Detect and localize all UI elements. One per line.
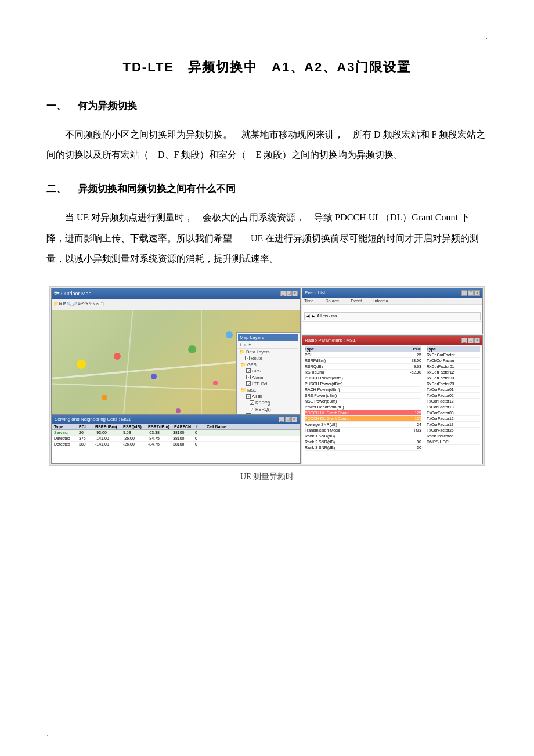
layer-alarm-check[interactable]: ✓	[246, 375, 251, 379]
radio-row-rank3: Rank 3 SNR(dB) 30	[305, 445, 421, 451]
right-panels: Event List _ □ × Time Source Event Infor…	[302, 288, 483, 464]
row1-rsrp: -93.00	[95, 431, 118, 435]
section-2-heading: 二、 异频切换和同频切换之间有什么不同	[46, 182, 488, 196]
label-nse: NSE Power(dBm)	[305, 399, 337, 403]
radio-row-tm: Transmission Mode TM3	[305, 428, 421, 433]
radio-row-rsrq: RSRQdB) 9.63	[305, 364, 421, 370]
radio-row-rank1: Rank 1 SNR(dB)	[305, 433, 421, 439]
layer-ltecell: ✓ LTE Cell	[238, 381, 298, 387]
radio-right-col: Type RxChCorFactor TxChCorFactor RxCorFa…	[424, 345, 482, 464]
top-divider	[46, 35, 488, 35]
right-row-2: TxChCorFactor	[427, 358, 480, 364]
label-ph: Power Headroom(dB)	[305, 405, 344, 409]
event-cols: Time Source Event Informa	[302, 298, 482, 305]
val-pdcch-ul: 125	[414, 411, 421, 415]
right-row-3: RxCorFactor01	[427, 364, 480, 370]
top-dot: .	[486, 32, 488, 41]
right-row-14: TxCorFactor25	[427, 428, 480, 433]
row3-cellname	[205, 442, 223, 446]
right-row-10: TxCorFactor13	[427, 404, 480, 410]
row1-rsrz: -63.38	[148, 431, 168, 435]
layer-gps-check[interactable]: ✓	[246, 368, 251, 373]
col-rsrq: RSRQdB)	[123, 425, 143, 429]
row2-type: Detected	[54, 436, 74, 440]
radio-max-btn[interactable]: □	[468, 338, 474, 343]
event-col-time: Time	[304, 298, 313, 303]
row2-f: 0	[195, 436, 201, 440]
row1-earfcn: 38100	[173, 431, 190, 435]
screenshot-caption: UE 测量异频时	[46, 472, 488, 482]
layer-rsrp-check[interactable]: ✓	[250, 400, 254, 405]
bottom-dot: .	[46, 729, 49, 739]
map-close-btn[interactable]: ×	[292, 291, 298, 296]
layer-allie-check[interactable]: ✓	[246, 394, 251, 399]
row2-cellname	[205, 436, 223, 440]
event-col-source: Source	[325, 298, 339, 303]
val-rank2: 30	[417, 440, 421, 444]
serving-max-btn[interactable]: □	[285, 417, 291, 422]
right-row-8: TxCorFactor02	[427, 393, 480, 399]
nav-next[interactable]: ▶	[312, 314, 315, 319]
section-1-num: 一、	[46, 99, 66, 113]
layer-rsrq-check[interactable]: ✓	[250, 407, 254, 411]
col-f: f	[196, 425, 202, 429]
label-pdcch-ul: PDCCH UL Grant Count	[305, 411, 349, 415]
layer-alarm: ✓ Alarm	[238, 374, 298, 381]
event-max-btn[interactable]: □	[468, 290, 474, 296]
col-type: Type	[54, 425, 74, 429]
serving-min-btn[interactable]: _	[279, 417, 284, 422]
radio-row-pucch: PUCCH Power(dBm)	[305, 375, 421, 381]
layer-gps: ✓ GPS	[238, 368, 298, 374]
layer-data-layers: 📁Data Layers	[238, 349, 298, 355]
label-pucch: PUCCH Power(dBm)	[305, 376, 343, 380]
row1-pci: 26	[79, 431, 91, 435]
radio-right-header: Type	[427, 346, 480, 352]
right-row-15: Rank Indicator	[427, 433, 480, 439]
event-close-btn[interactable]: ×	[474, 290, 480, 296]
serving-close-btn[interactable]: ×	[291, 417, 297, 422]
radio-min-btn[interactable]: _	[461, 338, 467, 343]
section-2-num: 二、	[46, 182, 66, 196]
map-max-btn[interactable]: □	[286, 291, 292, 296]
val-snr: 24	[417, 422, 421, 426]
radio-col-type: Type	[305, 347, 314, 351]
col-rsrp: RSRPdBm)	[95, 425, 118, 429]
section-1: 一、 何为异频切换 不同频段的小区之间切换即为异频切换。 就某地市移动现网来讲，…	[46, 99, 488, 165]
serving-title-text: Serving and Neighboring Cells : MS1	[55, 417, 131, 422]
radio-header: Type PCC	[305, 346, 421, 352]
layer-rsrq: ✓ RSRQ()	[238, 406, 298, 413]
row3-earfcn: 38100	[173, 442, 190, 446]
label-rsrp: RSRPdBm)	[305, 359, 326, 363]
serving-row-3: Detected 389 -141.00 -26.00 -84.75 38100…	[52, 442, 300, 447]
nav-prev[interactable]: ◀	[306, 314, 309, 319]
row3-pci: 389	[79, 442, 91, 446]
label-rank1: Rank 1 SNR(dB)	[305, 434, 335, 438]
event-titlebar: Event List _ □ ×	[302, 288, 482, 298]
layer-route-check[interactable]: ✓	[245, 356, 250, 360]
section-2-content: 当 UE 对异频频点进行测量时， 会极大的占用系统资源， 导致 PDCCH UL…	[46, 207, 488, 269]
row1-cellname	[205, 431, 223, 435]
screenshot: 🗺 Outdoor Map _ □ × 📁🖫🖹🔍🔎🖱↶↷🏳⤡✂📋	[49, 286, 485, 466]
radio-close-btn[interactable]: ×	[474, 338, 480, 343]
row1-rsrq: 9.63	[123, 431, 143, 435]
layer-allie: ✓ All IE	[238, 393, 298, 400]
val-rsri: -52.38	[410, 370, 421, 374]
right-row-16: DMRS HOP	[427, 439, 480, 445]
row2-rsrp: -141.00	[95, 436, 118, 440]
right-row-13: TxCorFactor13	[427, 422, 480, 428]
map-titlebar: 🗺 Outdoor Map _ □ ×	[52, 288, 300, 299]
right-row-5: RxCorFactor03	[427, 375, 480, 381]
event-min-btn[interactable]: _	[461, 290, 467, 296]
right-col-label: Type	[427, 347, 436, 351]
map-min-btn[interactable]: _	[280, 291, 286, 296]
section-2: 二、 异频切换和同频切换之间有什么不同 当 UE 对异频频点进行测量时， 会极大…	[46, 182, 488, 269]
radio-row-pdcch-ul: PDCCH UL Grant Count 125	[305, 410, 421, 416]
row1-f: 0	[195, 431, 201, 435]
label-rach: RACH Power(dBm)	[305, 388, 340, 392]
section-2-para-1: 当 UE 对异频频点进行测量时， 会极大的占用系统资源， 导致 PDCCH UL…	[46, 207, 488, 269]
layer-ltecell-check[interactable]: ✓	[246, 381, 251, 386]
val-rank3: 30	[417, 446, 421, 450]
layer-route: ✓ Route	[238, 355, 298, 361]
layers-title: Map Layers	[238, 334, 298, 341]
val-tm: TM3	[413, 428, 421, 432]
